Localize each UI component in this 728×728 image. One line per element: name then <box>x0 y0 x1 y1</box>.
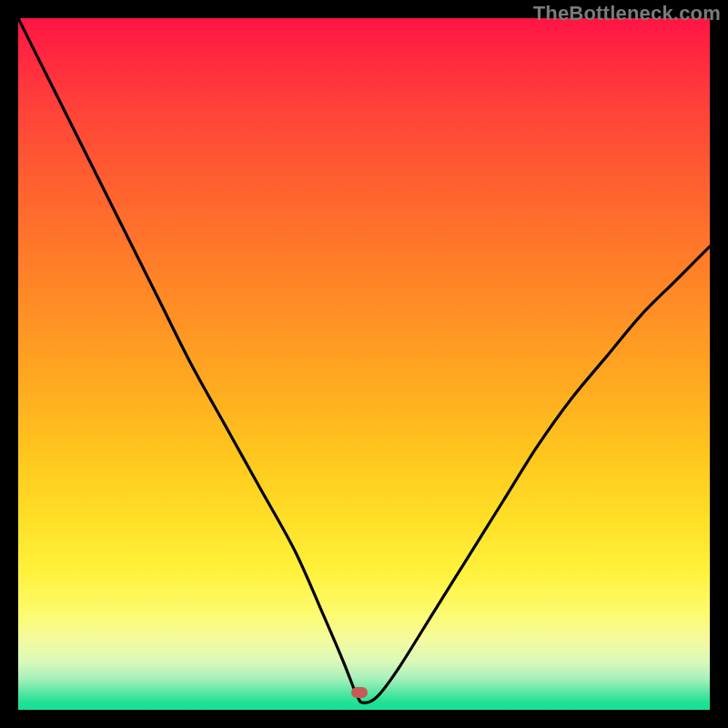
curve-svg <box>18 18 710 710</box>
chart-frame: TheBottleneck.com <box>0 0 728 728</box>
watermark-text: TheBottleneck.com <box>533 2 721 25</box>
plot-area <box>18 18 710 710</box>
optimum-marker <box>351 687 368 698</box>
bottleneck-curve <box>18 18 710 703</box>
